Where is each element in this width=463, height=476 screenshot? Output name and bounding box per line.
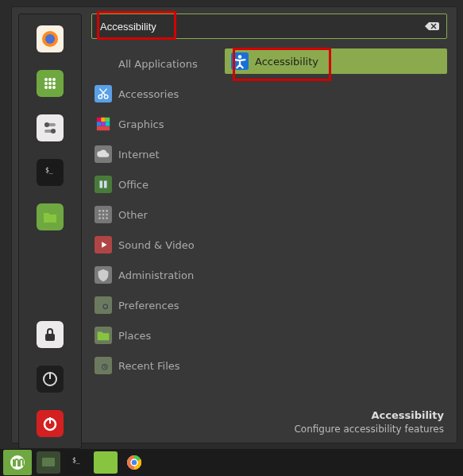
favorite-terminal[interactable] <box>37 159 64 186</box>
taskbar-show-desktop[interactable] <box>37 451 60 474</box>
footer-title: Accessibility <box>91 408 444 423</box>
taskbar-terminal[interactable] <box>65 451 89 474</box>
result-accessibility[interactable]: Accessibility <box>225 48 447 74</box>
category-label: Graphics <box>118 118 164 130</box>
search-input[interactable] <box>98 17 424 36</box>
category-label: Administration <box>118 269 194 281</box>
category-item[interactable]: Administration <box>91 260 218 290</box>
category-item[interactable]: Graphics <box>91 109 218 139</box>
taskbar-chrome[interactable] <box>122 451 146 474</box>
category-item[interactable]: Preferences <box>91 290 218 320</box>
gear-folder-icon <box>95 296 112 314</box>
search-row <box>91 14 447 39</box>
favorite-lock[interactable] <box>37 321 64 348</box>
recent-icon <box>95 357 112 374</box>
shield-icon <box>95 266 112 284</box>
play-icon <box>95 236 112 253</box>
backspace-icon[interactable] <box>424 20 440 33</box>
category-label: Internet <box>118 149 160 161</box>
favorite-settings-toggles[interactable] <box>37 114 64 141</box>
category-item[interactable]: Recent Files <box>91 350 218 381</box>
taskbar-mint-menu[interactable] <box>3 450 32 475</box>
category-label: Office <box>118 179 149 191</box>
category-list: All ApplicationsAccessoriesGraphicsInter… <box>91 48 218 404</box>
menu-footer: Accessibility Configure accessibility fe… <box>91 404 447 436</box>
application-menu: All ApplicationsAccessoriesGraphicsInter… <box>11 6 457 443</box>
dots-icon <box>95 206 112 223</box>
category-item[interactable]: Accessories <box>91 79 218 109</box>
category-item[interactable]: All Applications <box>91 48 218 79</box>
scissors-icon <box>95 85 112 103</box>
category-label: Accessories <box>118 88 179 100</box>
favorite-apps[interactable] <box>37 70 64 97</box>
favorites-sidebar <box>18 14 82 449</box>
rainbow-icon <box>95 115 112 133</box>
taskbar <box>0 449 463 476</box>
result-label: Accessibility <box>255 56 318 68</box>
office-icon <box>95 176 112 193</box>
category-label: Recent Files <box>118 360 180 372</box>
category-label: Preferences <box>118 300 179 312</box>
category-label: All Applications <box>118 58 198 70</box>
results-list: Accessibility <box>225 48 447 404</box>
category-label: Sound & Video <box>118 239 195 251</box>
cloud-icon <box>95 145 112 163</box>
favorite-logout[interactable] <box>37 366 64 393</box>
folder-icon <box>95 327 112 344</box>
footer-desc: Configure accessibility features <box>91 423 444 436</box>
menu-main-column: All ApplicationsAccessoriesGraphicsInter… <box>88 7 457 443</box>
category-label: Places <box>118 330 151 342</box>
accessibility-icon <box>231 52 249 70</box>
favorite-power[interactable] <box>37 410 64 437</box>
category-item[interactable]: Internet <box>91 139 218 169</box>
category-label: Other <box>118 209 148 221</box>
category-item[interactable]: Sound & Video <box>91 230 218 260</box>
taskbar-files[interactable] <box>94 451 118 474</box>
favorite-files[interactable] <box>37 203 64 230</box>
category-item[interactable]: Office <box>91 169 218 199</box>
category-item[interactable]: Places <box>91 320 218 350</box>
favorite-firefox[interactable] <box>37 25 64 52</box>
category-item[interactable]: Other <box>91 199 218 230</box>
